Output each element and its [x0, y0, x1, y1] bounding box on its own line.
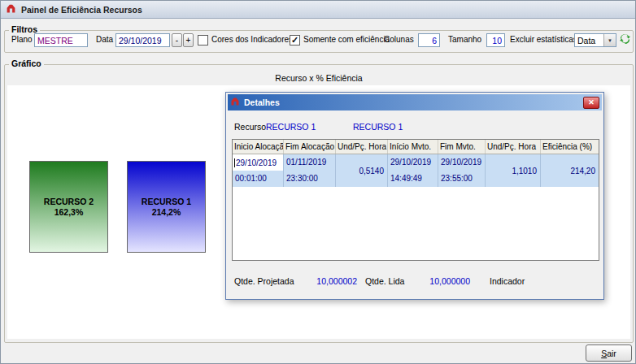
chart-bar-recurso-1[interactable]: RECURSO 1 214,2% [127, 161, 206, 253]
refresh-button[interactable] [616, 32, 633, 48]
chart-title: Recurso x % Eficiência [5, 73, 633, 83]
qtde-lida-label: Qtde. Lida [365, 276, 404, 286]
cell-und-pc-hora-mvto: 1,1010 [486, 154, 541, 187]
bar-name-label: RECURSO 1 [142, 197, 191, 206]
recurso-label: Recurso [234, 122, 266, 132]
cores-indicadores-label: Cores dos Indicadores [211, 35, 293, 44]
app-logo-icon [6, 3, 16, 15]
grid-header-inicio-alocacao[interactable]: Inicio Alocação [233, 140, 284, 154]
somente-eficiencia-checkbox[interactable]: ✓ [290, 35, 300, 46]
cell-inicio-mvto: 29/10/2019 14:49:49 [388, 154, 438, 187]
recurso-code-value: RECURSO 1 [266, 122, 316, 132]
chevron-down-icon: ▼ [608, 38, 612, 43]
grid-header-und-pc-hora-1[interactable]: Und/Pç. Hora [336, 140, 388, 154]
cell-inicio-alocacao-time: 00:01:00 [233, 171, 283, 187]
excluir-estatisticas-combobox[interactable]: Data ▼ [574, 33, 616, 47]
grafico-group-label: Gráfico [9, 58, 44, 68]
check-icon: ✓ [291, 36, 298, 45]
bar-value-label: 162,3% [54, 207, 84, 217]
chart-bar-recurso-2[interactable]: RECURSO 2 162,3% [29, 161, 108, 253]
grid-header-inicio-mvto[interactable]: Início Mvto. [388, 140, 438, 154]
dialog-titlebar[interactable]: Detalhes ✕ [228, 94, 602, 110]
somente-eficiencia-label: Somente com eficiência [303, 35, 390, 44]
tamanho-input[interactable] [486, 33, 505, 47]
recurso-name-value: RECURSO 1 [353, 122, 403, 132]
grid-header-fim-mvto[interactable]: Fim Mvto. [438, 140, 486, 154]
bar-name-label: RECURSO 2 [44, 197, 94, 206]
cell-eficiencia: 214,20 [541, 154, 599, 187]
cell-fim-mvto: 29/10/2019 23:55:00 [438, 154, 486, 187]
grid-header-eficiencia[interactable]: Eficiência (%) [541, 140, 599, 154]
titlebar[interactable]: Painel de Eficiência Recursos [1, 1, 635, 19]
dialog-close-button[interactable]: ✕ [583, 97, 599, 109]
filters-group: Filtros Plano Data - + Cores dos Indicad… [4, 30, 634, 53]
dialog-logo-icon [230, 97, 240, 108]
grid-selected-row[interactable]: 29/10/2019 00:01:00 01/11/2019 23:30:00 … [233, 154, 599, 187]
indicador-label: Indicador [490, 276, 525, 286]
grid-header-und-pc-hora-2[interactable]: Und/Pç. Hora [486, 140, 541, 154]
dialog-title: Detalhes [244, 98, 579, 107]
qtde-projetada-value: 10,000002 [303, 276, 357, 286]
cell-und-pc-hora-alocacao: 0,5140 [336, 154, 388, 187]
qtde-lida-value: 10,000000 [416, 276, 470, 286]
cell-inicio-alocacao-date-edit[interactable]: 29/10/2019 [233, 154, 283, 171]
cell-fim-alocacao: 01/11/2019 23:30:00 [284, 154, 336, 187]
date-increment-button[interactable]: + [183, 33, 194, 47]
cell-inicio-alocacao: 29/10/2019 00:01:00 [233, 154, 284, 187]
plano-label: Plano [11, 35, 33, 44]
bar-value-label: 214,2% [152, 207, 181, 217]
grid-header-row: Inicio Alocação Fim Alocação Und/Pç. Hor… [233, 140, 599, 154]
close-icon: ✕ [588, 98, 595, 106]
text-caret [234, 158, 235, 167]
colunas-input[interactable] [418, 33, 440, 47]
refresh-icon [619, 32, 631, 47]
colunas-label: Colunas [384, 35, 414, 44]
combobox-dropdown-button[interactable]: ▼ [603, 34, 616, 46]
data-input[interactable] [115, 33, 170, 47]
cores-indicadores-checkbox[interactable] [198, 35, 208, 46]
date-decrement-button[interactable]: - [172, 33, 182, 47]
grid-empty-area [233, 187, 599, 260]
plano-input[interactable] [34, 33, 88, 47]
combobox-value: Data [575, 34, 603, 46]
tamanho-label: Tamanho [448, 35, 481, 44]
window-title: Painel de Eficiência Recursos [21, 5, 142, 15]
excluir-estatisticas-label: Excluir estatísticas [510, 35, 577, 44]
sair-button[interactable]: Sair [586, 344, 632, 362]
app-window: Painel de Eficiência Recursos Filtros Pl… [0, 0, 636, 364]
details-grid: Inicio Alocação Fim Alocação Und/Pç. Hor… [232, 139, 599, 261]
details-dialog: Detalhes ✕ Recurso RECURSO 1 RECURSO 1 I… [225, 92, 604, 300]
grid-header-fim-alocacao[interactable]: Fim Alocação [284, 140, 336, 154]
data-label: Data [96, 35, 113, 44]
qtde-projetada-label: Qtde. Projetada [234, 276, 294, 286]
